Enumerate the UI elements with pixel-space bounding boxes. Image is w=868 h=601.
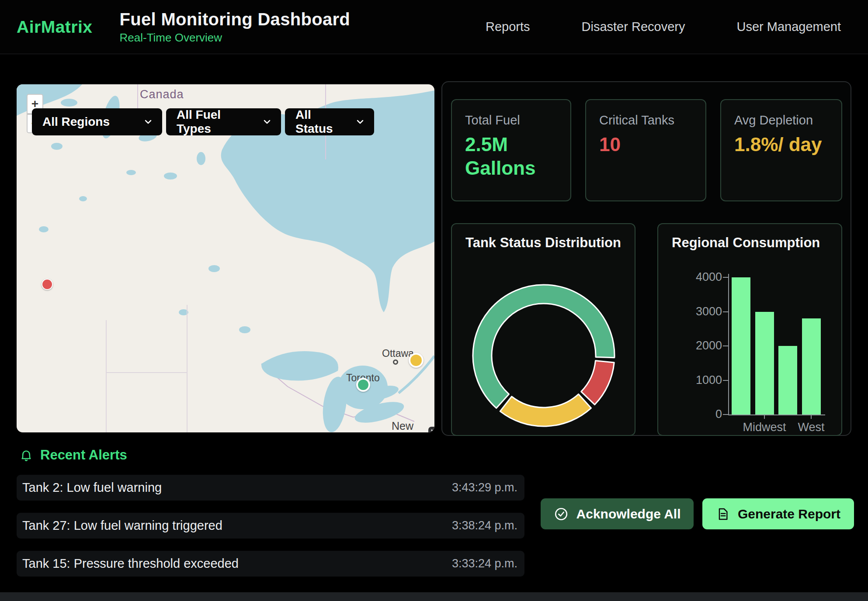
chevron-down-icon	[144, 117, 153, 126]
stat-card-critical-tanks: Critical Tanks 10	[585, 99, 706, 201]
alerts-title: Recent Alerts	[40, 447, 127, 463]
ottawa-city-dot	[393, 359, 398, 365]
chevron-down-icon	[356, 117, 365, 126]
tank-status-chart-card: Tank Status Distribution	[451, 223, 635, 436]
page-title: Fuel Monitoring Dashboard	[120, 10, 350, 29]
status-filter-value: All Status	[295, 108, 349, 136]
status-filter-select[interactable]: All Status	[285, 108, 374, 135]
donut-segment-yellow	[500, 394, 591, 426]
overview-panel: Total Fuel 2.5M Gallons Critical Tanks 1…	[441, 81, 851, 436]
alert-timestamp: 3:33:24 p.m.	[452, 557, 517, 570]
y-axis-line	[728, 274, 729, 414]
stat-label: Total Fuel	[465, 113, 557, 128]
region-filter-value: All Regions	[42, 115, 110, 129]
alert-row: Tank 2: Low fuel warning 3:43:29 p.m.	[17, 475, 524, 501]
check-circle-icon	[554, 507, 569, 522]
bar-value-3000	[755, 312, 774, 415]
chevron-down-icon	[263, 117, 271, 126]
alert-row: Tank 15: Pressure threshold exceeded 3:3…	[17, 551, 524, 577]
y-axis-tick-label: 1000	[674, 373, 722, 387]
x-axis-tick-label: West	[778, 421, 842, 434]
stat-label: Critical Tanks	[599, 113, 692, 128]
alert-timestamp: 3:38:24 p.m.	[452, 519, 517, 532]
header: AirMatrix Fuel Monitoring Dashboard Real…	[0, 0, 868, 54]
title-block: Fuel Monitoring Dashboard Real-Time Over…	[120, 10, 350, 45]
footer-bar	[0, 592, 868, 601]
fuel-type-filter-value: All Fuel Types	[177, 108, 256, 136]
region-filter-select[interactable]: All Regions	[32, 108, 162, 135]
y-axis-tick	[723, 345, 728, 346]
generate-report-label: Generate Report	[738, 507, 840, 522]
y-axis-tick	[723, 414, 728, 415]
acknowledge-all-button[interactable]: Acknowledge All	[541, 498, 694, 529]
tank-marker-normal[interactable]	[356, 378, 370, 392]
x-axis-tick	[764, 414, 765, 419]
alert-timestamp: 3:43:29 p.m.	[452, 481, 517, 494]
y-axis-tick-label: 2000	[674, 339, 722, 352]
alert-text: Tank 27: Low fuel warning triggered	[22, 518, 222, 533]
document-icon	[716, 507, 730, 521]
fuel-type-filter-select[interactable]: All Fuel Types	[166, 108, 281, 135]
tank-marker-warning[interactable]	[409, 353, 424, 368]
y-axis-tick	[723, 311, 728, 312]
brand-logo: AirMatrix	[17, 17, 93, 37]
bell-icon	[19, 448, 33, 462]
alerts-header: Recent Alerts	[19, 447, 127, 463]
alert-text: Tank 15: Pressure threshold exceeded	[22, 556, 239, 571]
y-axis-tick	[723, 380, 728, 381]
stat-card-total-fuel: Total Fuel 2.5M Gallons	[451, 99, 571, 201]
y-axis-tick-label: 4000	[674, 270, 722, 284]
stat-value: 1.8%/ day	[734, 133, 828, 156]
chart-title: Tank Status Distribution	[465, 235, 621, 251]
drag-handle-icon[interactable]	[428, 427, 434, 432]
x-axis-tick	[811, 414, 812, 419]
bar-value-2000	[778, 346, 797, 414]
stat-value: 10	[599, 133, 692, 156]
map-label-canada: Canada	[140, 88, 184, 101]
main-nav: Reports Disaster Recovery User Managemen…	[486, 20, 841, 34]
bar-value-4000	[732, 277, 750, 414]
fuel-monitoring-dashboard: AirMatrix Fuel Monitoring Dashboard Real…	[0, 0, 868, 601]
donut-chart	[465, 277, 622, 434]
nav-disaster-recovery[interactable]: Disaster Recovery	[582, 20, 685, 34]
nav-reports[interactable]: Reports	[486, 20, 530, 34]
stat-label: Avg Depletion	[734, 113, 828, 128]
donut-segment-red	[581, 361, 615, 405]
alert-text: Tank 2: Low fuel warning	[22, 480, 162, 495]
bar-value-2800	[802, 318, 821, 414]
map-filter-row: All Regions All Fuel Types All Status	[32, 108, 374, 135]
bar-chart: 01000200030004000MidwestWest	[658, 224, 842, 436]
y-axis-tick	[723, 277, 728, 278]
tank-map[interactable]: Canada + − All Regions All Fuel Types Al…	[17, 84, 434, 432]
y-axis-tick-label: 0	[674, 408, 722, 421]
acknowledge-all-label: Acknowledge All	[576, 507, 681, 522]
stat-card-avg-depletion: Avg Depletion 1.8%/ day	[720, 99, 842, 201]
y-axis-tick-label: 3000	[674, 305, 722, 318]
alert-row: Tank 27: Low fuel warning triggered 3:38…	[17, 513, 524, 539]
stat-value: 2.5M Gallons	[465, 133, 557, 180]
tank-marker-critical[interactable]	[42, 279, 53, 290]
regional-consumption-chart-card: Regional Consumption 01000200030004000Mi…	[657, 223, 842, 436]
generate-report-button[interactable]: Generate Report	[702, 498, 854, 529]
nav-user-management[interactable]: User Management	[736, 20, 841, 34]
page-subtitle: Real-Time Overview	[120, 31, 350, 45]
